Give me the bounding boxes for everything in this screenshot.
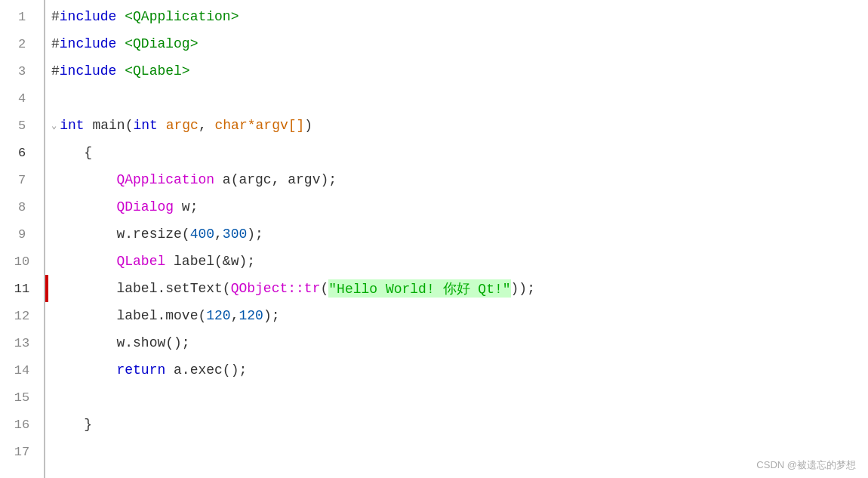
error-bar-11 xyxy=(45,275,48,302)
type-int-5: int xyxy=(60,118,84,133)
line-num-9: 9 xyxy=(0,220,44,248)
comma-12: , xyxy=(231,308,239,323)
func-main: main( xyxy=(92,118,133,133)
code-line-13: w.show(); xyxy=(51,329,868,356)
code-line-1: #include <QApplication> xyxy=(51,3,868,30)
sp5a xyxy=(85,118,93,133)
line-num-17: 17 xyxy=(0,438,44,465)
include-kw-2: include xyxy=(60,36,117,51)
code-line-6: { xyxy=(51,139,868,166)
code-line-17 xyxy=(51,438,868,465)
qclass-label: QLabel xyxy=(116,254,165,269)
line-num-6: 6 xyxy=(0,139,44,166)
return-kw: return xyxy=(116,362,165,378)
paren-5: ) xyxy=(304,118,312,133)
indent-14 xyxy=(51,362,116,378)
header-1: <QApplication> xyxy=(125,9,239,24)
code-12a: label.move( xyxy=(116,308,206,323)
line-numbers: 1 2 3 4 5 6 7 8 9 10 11 12 13 14 15 16 1… xyxy=(0,0,45,478)
qclass-app: QApplication xyxy=(116,172,214,187)
qobject-tr: QObject::tr xyxy=(231,281,321,296)
code-line-8: QDialog w; xyxy=(51,193,868,220)
code-14: a.exec(); xyxy=(165,362,247,378)
header-3: <QLabel> xyxy=(125,63,189,79)
line-num-15: 15 xyxy=(0,384,44,411)
indent-8 xyxy=(51,199,116,214)
type-int2-5: int xyxy=(133,118,157,133)
include-kw-3: include xyxy=(60,63,117,79)
indent-12 xyxy=(51,308,116,323)
line-num-8: 8 xyxy=(0,193,44,220)
code-line-10: QLabel label(&w); xyxy=(51,248,868,275)
watermark: CSDN @被遗忘的梦想 xyxy=(756,458,856,472)
code-line-7: QApplication a(argc, argv); xyxy=(51,166,868,193)
line-num-16: 16 xyxy=(0,411,44,438)
num-300: 300 xyxy=(223,227,247,242)
line-num-13: 13 xyxy=(0,329,44,356)
param-argc: argc xyxy=(166,118,199,133)
code-line-16: } xyxy=(51,411,868,438)
line-num-5: 5 xyxy=(0,112,44,139)
code-13: w.show(); xyxy=(116,335,189,350)
num-400: 400 xyxy=(190,227,214,242)
line-num-1: 1 xyxy=(0,3,44,30)
hash-3: # xyxy=(51,63,60,79)
line-num-14: 14 xyxy=(0,356,44,384)
sp5c: , xyxy=(199,118,215,133)
line-num-7: 7 xyxy=(0,166,44,193)
indent-11 xyxy=(51,281,116,296)
line-num-2: 2 xyxy=(0,30,44,57)
space-2 xyxy=(116,36,125,51)
sp8: w; xyxy=(174,199,198,214)
code-editor: 1 2 3 4 5 6 7 8 9 10 11 12 13 14 15 16 1… xyxy=(0,0,868,478)
line-num-11: 11 xyxy=(0,275,44,302)
num-120b: 120 xyxy=(239,308,263,323)
indent-10 xyxy=(51,254,116,269)
comma-9: , xyxy=(214,227,223,242)
param-char: char*argv[] xyxy=(215,118,305,133)
code-line-9: w.resize(400,300); xyxy=(51,220,868,248)
hash-2: # xyxy=(51,36,60,51)
indent-13 xyxy=(51,335,116,350)
code-area: #include <QApplication> #include <QDialo… xyxy=(45,0,868,478)
code-10: label(&w); xyxy=(165,254,255,269)
line-num-10: 10 xyxy=(0,248,44,275)
code-line-11: label.setText(QObject::tr("Hello World! … xyxy=(51,275,868,302)
code-9: w.resize( xyxy=(116,227,189,242)
paren-open-11: ( xyxy=(320,281,328,296)
space-1 xyxy=(116,9,125,24)
semi-9: ); xyxy=(247,227,263,242)
semi-12: ); xyxy=(263,308,280,323)
num-120a: 120 xyxy=(206,308,230,323)
include-kw-1: include xyxy=(60,9,117,24)
qclass-dialog: QDialog xyxy=(116,199,174,214)
paren-close-11: )); xyxy=(511,281,535,296)
line-num-4: 4 xyxy=(0,85,44,112)
code-line-15 xyxy=(51,384,868,411)
sp5b xyxy=(158,118,166,133)
code-line-14: return a.exec(); xyxy=(51,356,868,384)
header-2: <QDialog> xyxy=(125,36,198,51)
indent-7 xyxy=(51,172,116,187)
space-3 xyxy=(116,63,125,79)
string-hello: "Hello World! 你好 Qt!" xyxy=(328,279,510,298)
code-line-12: label.move(120,120); xyxy=(51,302,868,329)
brace-open-6: { xyxy=(51,145,92,160)
code-line-5: ⌄ int main(int argc, char*argv[]) xyxy=(51,112,868,139)
code-line-4 xyxy=(51,85,868,112)
brace-close-16: } xyxy=(51,417,92,432)
code-line-3: #include <QLabel> xyxy=(51,57,868,85)
sp7: a(argc, argv); xyxy=(214,172,337,187)
line-num-12: 12 xyxy=(0,302,44,329)
hash-1: # xyxy=(51,9,60,24)
line-num-3: 3 xyxy=(0,57,44,85)
code-line-2: #include <QDialog> xyxy=(51,30,868,57)
label-settext: label.setText( xyxy=(116,281,230,296)
indent-9 xyxy=(51,227,116,242)
fold-arrow-5[interactable]: ⌄ xyxy=(51,120,57,131)
